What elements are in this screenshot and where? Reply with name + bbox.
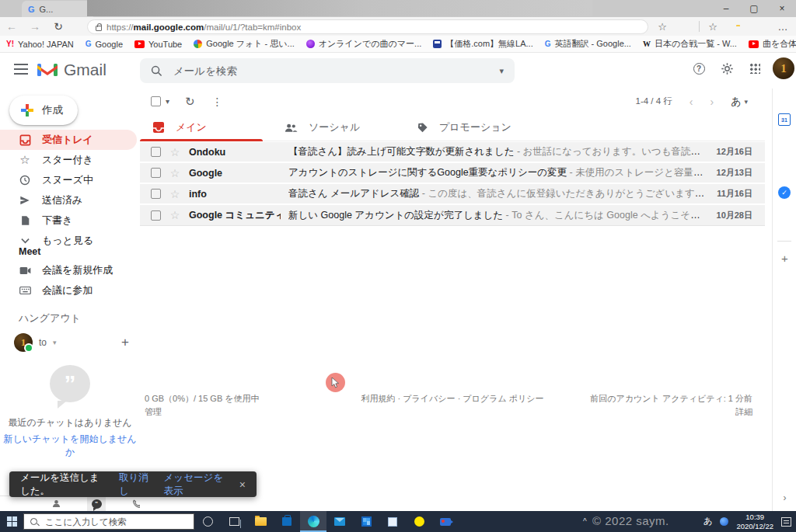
ime-indicator[interactable]: あ [703, 516, 713, 527]
gmail-logo[interactable]: Gmail [37, 61, 106, 79]
bookmark-online-music[interactable]: オンラインでの曲のマー... [306, 38, 422, 50]
bookmark-youtube[interactable]: YouTube [134, 40, 182, 49]
bookmark-youtube-series[interactable]: 曲を合体シリーズ - Yo... [749, 38, 796, 50]
edge-button[interactable] [300, 511, 326, 532]
select-dropdown-icon[interactable]: ▾ [166, 97, 169, 106]
row-checkbox[interactable] [151, 210, 161, 221]
older-page-chevron[interactable]: › [710, 96, 714, 108]
more-options-icon[interactable]: ⋮ [212, 96, 223, 108]
apps-grid-icon [749, 63, 760, 74]
sidebar-item-starred[interactable]: ☆ スター付き [0, 150, 140, 170]
meet-new-meeting[interactable]: 会議を新規作成 [0, 260, 140, 280]
bookmark-translate[interactable]: G英語翻訳 - Google... [545, 38, 631, 50]
help-button[interactable]: ? [689, 58, 709, 78]
email-row[interactable]: ☆ Ondoku 【音読さん】読み上げ可能文字数が更新されました - お世話にな… [140, 142, 765, 163]
sidebar-item-inbox[interactable]: 受信トレイ [0, 130, 137, 150]
taskbar-search-input[interactable] [44, 516, 187, 527]
close-button[interactable]: × [768, 0, 796, 17]
calendar-icon[interactable]: 31 [778, 113, 791, 126]
apps-grid-button[interactable] [745, 58, 765, 78]
favorites-bar-icon[interactable]: ☆ [703, 21, 723, 33]
bookmark-wikipedia[interactable]: W日本の合戦一覧 - W... [643, 38, 737, 50]
cortana-button[interactable] [194, 511, 221, 532]
file-explorer-button[interactable] [247, 511, 274, 532]
meet-join-meeting[interactable]: 会議に参加 [0, 280, 140, 301]
new-hangout-button[interactable]: + [121, 335, 129, 350]
contacts-tab-icon[interactable] [47, 497, 65, 511]
email-row[interactable]: ☆ Google アカウントのストレージに関するGoogle重要なポリシーの変更… [140, 163, 765, 184]
email-row[interactable]: ☆ info 音読さん メールアドレス確認 - この度は、音読さんに仮登録いただ… [140, 184, 765, 205]
start-new-chat-link[interactable]: 新しいチャットを開始しませんか [0, 433, 140, 459]
row-checkbox[interactable] [151, 189, 161, 199]
help-icon: ? [693, 63, 705, 75]
tasks-icon[interactable]: ✓ [778, 186, 791, 199]
people-icon [285, 123, 298, 133]
sticky-notes-button[interactable] [379, 511, 406, 532]
undo-link[interactable]: 取り消し [119, 471, 150, 498]
tray-app-icon[interactable] [720, 517, 728, 526]
select-all-checkbox[interactable] [151, 96, 161, 106]
bookmark-kakaku[interactable]: 【価格.com】無線LA... [433, 38, 532, 50]
tab-promotions[interactable]: プロモーション [404, 114, 536, 141]
minimize-button[interactable]: – [712, 0, 740, 17]
manage-storage-link[interactable]: 管理 [145, 406, 162, 418]
row-star-icon[interactable]: ☆ [169, 209, 181, 221]
search-options-chevron-icon[interactable]: ▾ [499, 66, 504, 76]
inbox-icon [19, 134, 31, 146]
account-avatar[interactable]: 1 [773, 57, 794, 79]
input-tools-button[interactable]: あ▾ [731, 95, 748, 109]
yellow-app-button[interactable] [406, 511, 432, 532]
taskbar-clock[interactable]: 10:392020/12/22 [736, 513, 773, 531]
sidebar-item-snoozed[interactable]: スヌーズ中 [0, 170, 140, 190]
hangouts-user-row[interactable]: 1 to ▾ + [0, 329, 140, 352]
maximize-button[interactable]: ▢ [740, 0, 768, 17]
activity-details-link[interactable]: 詳細 [735, 406, 752, 418]
back-button[interactable]: ← [0, 20, 23, 33]
action-center-icon[interactable] [781, 517, 791, 527]
hidden-icons-chevron[interactable]: ^ [583, 517, 587, 526]
watermark: © 2022 saym. [592, 514, 669, 527]
taskbar-search[interactable] [23, 513, 194, 530]
sidebar-item-drafts[interactable]: 下書き [0, 210, 140, 231]
mail-app-button[interactable] [326, 511, 353, 532]
favorite-star-icon[interactable]: ☆ [652, 21, 672, 33]
youtube-icon [134, 40, 145, 48]
send-icon [19, 195, 31, 206]
browser-tab[interactable]: G G... [22, 1, 93, 17]
row-star-icon[interactable]: ☆ [169, 188, 181, 200]
tab-social[interactable]: ソーシャル [272, 114, 404, 141]
task-view-button[interactable] [221, 511, 247, 532]
microsoft-store-button[interactable] [274, 511, 300, 532]
refresh-icon[interactable]: ↻ [185, 95, 195, 109]
photos-app-button[interactable] [353, 511, 379, 532]
collapse-panel-chevron[interactable]: › [773, 492, 796, 503]
newer-page-chevron[interactable]: ‹ [690, 96, 693, 108]
view-message-link[interactable]: メッセージを表示 [164, 471, 225, 498]
row-checkbox[interactable] [151, 147, 161, 157]
address-bar[interactable]: https://mail.google.com/mail/u/1/?tab=km… [87, 19, 648, 34]
bookmark-google-photos[interactable]: Google フォト - 思い... [194, 38, 295, 50]
start-button[interactable] [0, 516, 23, 527]
tab-primary[interactable]: メイン [140, 114, 272, 141]
conversations-tab-icon[interactable]: ” [87, 497, 106, 511]
sidebar-item-sent[interactable]: 送信済み [0, 190, 140, 210]
recorder-app-button[interactable] [432, 511, 459, 532]
search-bar[interactable]: ▾ [140, 58, 515, 83]
row-star-icon[interactable]: ☆ [169, 167, 181, 179]
reload-button[interactable]: ↻ [47, 20, 70, 33]
get-addons-button[interactable]: + [773, 252, 796, 265]
settings-menu-icon[interactable]: … [773, 21, 793, 33]
main-menu-icon[interactable] [14, 64, 28, 75]
row-star-icon[interactable]: ☆ [169, 146, 181, 158]
forward-button[interactable]: → [23, 20, 47, 33]
row-checkbox[interactable] [151, 168, 161, 178]
mail-panel: ▾ ↻ ⋮ 1-4 / 4 行 ‹ › あ▾ メイン ソーシャル プロ [140, 89, 770, 511]
search-input[interactable] [172, 64, 490, 78]
email-row[interactable]: ☆ Google コミュニティ チ... 新しい Google アカウントの設定… [140, 205, 765, 226]
browser-tab-strip: G G... – ▢ × [0, 0, 796, 17]
bookmark-google[interactable]: GGoogle [86, 40, 123, 49]
compose-button[interactable]: 作成 [9, 96, 78, 125]
bookmark-yahoo[interactable]: Y!Yahoo! JAPAN [6, 40, 74, 49]
settings-button[interactable] [717, 58, 737, 78]
toast-close-icon[interactable]: × [239, 478, 246, 491]
